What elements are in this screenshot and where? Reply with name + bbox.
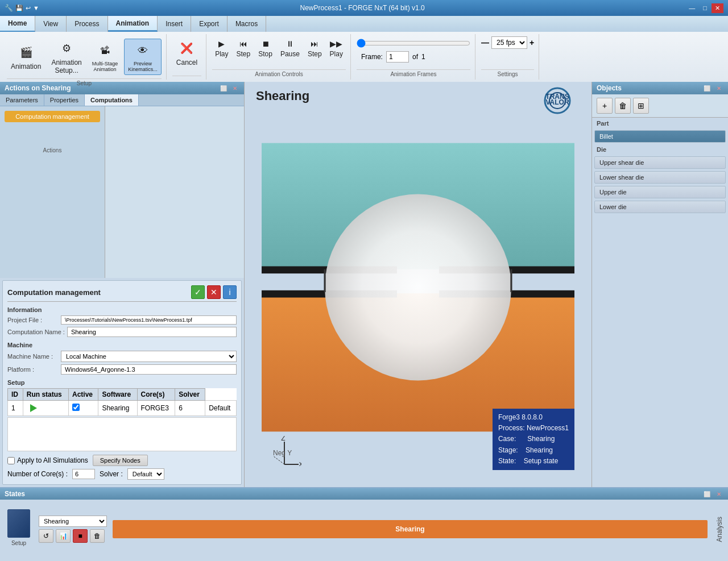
quick-save[interactable]: 💾: [15, 5, 23, 12]
animation-label: Animation: [11, 63, 41, 70]
states-restore-button[interactable]: ⬜: [701, 491, 713, 498]
states-close-button[interactable]: ✕: [714, 491, 723, 498]
app-title: NewProcess1 - FORGE NxT (64 bit) v1.0: [39, 4, 685, 12]
form-title: Computation management: [7, 288, 101, 297]
viewport-info-box: Forge3 8.0.8.0 Process: NewProcess1 Case…: [493, 409, 574, 470]
tab-insert[interactable]: Insert: [158, 16, 191, 32]
preview-kinematics-button[interactable]: 👁 PreviewKinematics...: [124, 39, 162, 75]
computation-name-row: Computation Name :: [7, 327, 237, 337]
row-cores: 6: [175, 401, 205, 416]
info-button[interactable]: i: [223, 285, 237, 299]
frames-group-label: Animation Frames: [357, 69, 470, 77]
row-active[interactable]: [68, 401, 98, 416]
right-panel-close-button[interactable]: ✕: [714, 85, 723, 92]
quick-undo[interactable]: ↩: [26, 5, 31, 12]
fps-select[interactable]: 25 fps: [491, 36, 527, 49]
computation-name-input[interactable]: [67, 327, 237, 337]
computation-management-tree-item[interactable]: Computation management: [5, 111, 100, 122]
states-chart-button[interactable]: 📊: [56, 529, 71, 543]
app-icon: 🔧: [5, 4, 13, 12]
platform-label: Platform :: [7, 366, 59, 373]
row-run-status[interactable]: [23, 401, 68, 416]
upper-shear-die-item[interactable]: Upper shear die: [594, 156, 726, 169]
panel-restore-button[interactable]: ⬜: [218, 85, 229, 92]
run-status-button[interactable]: [27, 402, 40, 414]
tab-computations[interactable]: Computations: [85, 94, 139, 106]
play-fwd-label: Play: [330, 50, 343, 58]
cancel-form-button[interactable]: ✕: [207, 285, 221, 299]
tab-home[interactable]: Home: [0, 16, 35, 32]
machine-name-select[interactable]: Local Machine: [61, 351, 237, 362]
confirm-button[interactable]: ✓: [191, 285, 205, 299]
lower-shear-die-item[interactable]: Lower shear die: [594, 171, 726, 184]
animation-setup-button[interactable]: ⚙ AnimationSetup...: [47, 36, 85, 77]
setup-table-empty-area: [7, 417, 237, 451]
animation-button[interactable]: 🎬 Animation: [7, 40, 45, 73]
add-object-button[interactable]: +: [597, 98, 613, 114]
tab-macros[interactable]: Macros: [228, 16, 266, 32]
setup-buttons: 🎬 Animation ⚙ AnimationSetup... 📽 Multi-…: [7, 36, 162, 77]
minimize-button[interactable]: —: [685, 3, 698, 13]
machine-name-row: Machine Name : Local Machine: [7, 351, 237, 362]
ribbon-group-setup: 🎬 Animation ⚙ AnimationSetup... 📽 Multi-…: [2, 34, 167, 80]
states-refresh-button[interactable]: ↺: [39, 529, 53, 543]
multi-stage-button[interactable]: 📽 Multi-StageAnimation: [88, 39, 122, 75]
stop-button[interactable]: ⏹ Stop: [255, 36, 275, 60]
solver-controls: Number of Core(s) : Solver : Default: [7, 468, 237, 480]
preview-icon: 👁: [134, 41, 152, 60]
setup-table: ID Run status Active Software Core(s) So…: [7, 388, 237, 416]
tab-animation[interactable]: Animation: [108, 16, 158, 32]
states-dropdown[interactable]: Shearing: [39, 516, 107, 527]
col-run-status: Run status: [23, 389, 68, 401]
tab-view[interactable]: View: [35, 16, 67, 32]
pause-label: Pause: [280, 50, 300, 58]
title-bar: 🔧 💾 ↩ ▼ NewProcess1 - FORGE NxT (64 bit)…: [0, 0, 728, 16]
close-button[interactable]: ✕: [712, 3, 723, 13]
play-fwd-button[interactable]: ▶▶ Play: [327, 36, 346, 60]
tab-parameters[interactable]: Parameters: [0, 94, 44, 106]
shearing-progress-bar: Shearing: [113, 520, 708, 538]
play-button[interactable]: ▶ Play: [212, 36, 231, 60]
frame-slider[interactable]: [357, 39, 470, 48]
row-id: 1: [8, 401, 23, 416]
apply-all-checkbox-row[interactable]: Apply to All Simulations: [7, 456, 88, 464]
billet-object-item[interactable]: Billet: [594, 130, 726, 143]
right-panel-title: Objects: [597, 84, 622, 92]
fps-plus-button[interactable]: +: [530, 38, 534, 47]
step-fwd-button[interactable]: ⏭ Step: [305, 36, 325, 60]
tab-process[interactable]: Process: [67, 16, 107, 32]
maximize-button[interactable]: □: [700, 3, 710, 13]
platform-input[interactable]: [61, 364, 237, 375]
group-object-button[interactable]: ⊞: [633, 98, 649, 114]
upper-die-item[interactable]: Upper die: [594, 186, 726, 198]
project-file-input[interactable]: [61, 315, 237, 325]
delete-object-button[interactable]: 🗑: [615, 98, 631, 114]
cancel-button[interactable]: ❌ Cancel: [172, 36, 201, 69]
states-delete-button[interactable]: 🗑: [90, 529, 105, 543]
row-package: FORGE3: [137, 401, 175, 416]
num-cores-input[interactable]: [72, 469, 95, 479]
quick-menu[interactable]: ▼: [33, 5, 39, 11]
svg-text:VALOR: VALOR: [545, 98, 569, 106]
tab-export[interactable]: Export: [191, 16, 228, 32]
states-stop-button[interactable]: ■: [73, 529, 88, 543]
right-panel-restore-button[interactable]: ⬜: [701, 85, 713, 92]
step-back-button[interactable]: ⏮ Step: [234, 36, 254, 60]
panel-close-button[interactable]: ✕: [230, 85, 239, 92]
fps-minus-button[interactable]: —: [481, 38, 489, 47]
active-checkbox[interactable]: [72, 404, 80, 411]
panel-right-content: [105, 106, 244, 278]
project-file-row: Project File :: [7, 315, 237, 325]
ribbon-content: 🎬 Animation ⚙ AnimationSetup... 📽 Multi-…: [0, 32, 728, 82]
specify-nodes-button[interactable]: Specify Nodes: [93, 455, 148, 466]
frame-input[interactable]: [386, 51, 409, 63]
solver-select[interactable]: Default: [127, 468, 164, 480]
apply-all-label: Apply to All Simulations: [17, 456, 88, 464]
tab-properties[interactable]: Properties: [44, 94, 85, 106]
svg-text:Neg Y: Neg Y: [273, 449, 292, 457]
lower-die-item[interactable]: Lower die: [594, 201, 726, 213]
step-back-icon: ⏮: [238, 38, 249, 49]
pause-button[interactable]: ⏸ Pause: [278, 36, 303, 60]
apply-all-checkbox[interactable]: [7, 457, 15, 464]
states-cube-icon: [7, 509, 30, 538]
